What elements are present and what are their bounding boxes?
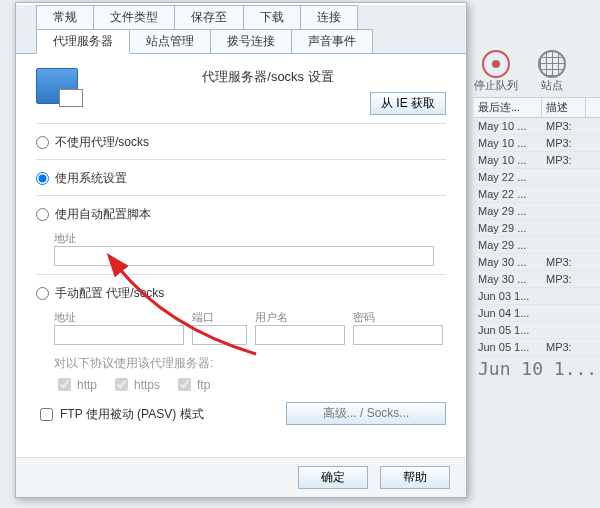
cell-desc: MP3: (542, 120, 586, 132)
list-row[interactable]: May 22 ... (474, 186, 600, 203)
manual-address-input[interactable] (54, 325, 184, 345)
cell-desc: MP3: (542, 273, 586, 285)
stop-queue-icon[interactable] (482, 50, 510, 78)
cell-desc: MP3: (542, 341, 586, 353)
hdr-desc[interactable]: 描述 (542, 98, 586, 117)
list-row[interactable]: May 10 ...MP3: (474, 118, 600, 135)
proxy-panel: 代理服务器/socks 设置 从 IE 获取 不使用代理/socks 使用系统设… (16, 53, 466, 468)
tab-connection[interactable]: 连接 (300, 5, 358, 29)
auto-address-input[interactable] (54, 246, 434, 266)
advanced-socks-button[interactable]: 高级... / Socks... (286, 402, 446, 425)
protocols-hint: 对以下协议使用该代理服务器: (54, 356, 213, 370)
cell-date: Jun 04 1... (474, 307, 542, 319)
site-icon[interactable] (538, 50, 566, 78)
cell-desc: MP3: (542, 154, 586, 166)
separator (36, 123, 446, 124)
hdr-lastconnect[interactable]: 最后连... (474, 98, 542, 117)
cell-desc (542, 222, 586, 234)
cell-date: May 10 ... (474, 120, 542, 132)
radio-manual-label: 手动配置 代理/socks (55, 285, 164, 302)
chk-https[interactable] (115, 378, 128, 391)
panel-title: 代理服务器/socks 设置 (202, 68, 333, 86)
proxy-icon (36, 68, 78, 104)
radio-manual[interactable] (36, 287, 49, 300)
list-row[interactable]: May 29 ... (474, 220, 600, 237)
tab-row-2: 代理服务器 站点管理 拨号连接 声音事件 (16, 29, 466, 54)
list-row[interactable]: May 30 ...MP3: (474, 254, 600, 271)
cell-date: May 30 ... (474, 273, 542, 285)
radio-system-settings[interactable] (36, 172, 49, 185)
stop-queue-label: 停止队列 (474, 78, 518, 93)
list-row[interactable]: May 22 ... (474, 169, 600, 186)
tab-download[interactable]: 下载 (243, 5, 301, 29)
right-panel: 停止队列 站点 最后连... 描述 May 10 ...MP3:May 10 .… (474, 50, 600, 381)
cell-date: May 22 ... (474, 171, 542, 183)
radio-no-proxy[interactable] (36, 136, 49, 149)
list-row[interactable]: Jun 04 1... (474, 305, 600, 322)
dialog-footer: 确定 帮助 (16, 457, 466, 497)
cell-desc: MP3: (542, 137, 586, 149)
tab-saveto[interactable]: 保存至 (174, 5, 244, 29)
manual-address-label: 地址 (54, 310, 184, 325)
radio-auto-script-label: 使用自动配置脚本 (55, 206, 151, 223)
cell-desc (542, 239, 586, 251)
get-from-ie-button[interactable]: 从 IE 获取 (370, 92, 446, 115)
chk-https-label: https (134, 378, 160, 392)
list-row[interactable]: Jun 05 1... (474, 322, 600, 339)
tab-proxy[interactable]: 代理服务器 (36, 29, 130, 54)
cell-date: May 10 ... (474, 154, 542, 166)
cell-desc (542, 188, 586, 200)
list-row[interactable]: May 10 ...MP3: (474, 152, 600, 169)
list-row[interactable]: May 29 ... (474, 203, 600, 220)
ok-button[interactable]: 确定 (298, 466, 368, 489)
manual-port-label: 端口 (192, 310, 247, 325)
chk-ftp-label: ftp (197, 378, 210, 392)
list-row[interactable]: May 10 ...MP3: (474, 135, 600, 152)
site-label: 站点 (541, 78, 563, 93)
barcode-row: Jun 10 1... (474, 356, 600, 381)
cell-desc (542, 290, 586, 302)
list-header: 最后连... 描述 (474, 97, 600, 118)
manual-username-input[interactable] (255, 325, 345, 345)
manual-password-input[interactable] (353, 325, 443, 345)
cell-date: May 29 ... (474, 222, 542, 234)
cell-date: Jun 03 1... (474, 290, 542, 302)
cell-date: May 30 ... (474, 256, 542, 268)
manual-username-label: 用户名 (255, 310, 345, 325)
tab-sitemanager[interactable]: 站点管理 (129, 29, 211, 54)
chk-ftp-pasv[interactable] (40, 408, 53, 421)
chk-ftp-pasv-label: FTP 使用被动 (PASV) 模式 (60, 406, 204, 423)
cell-date: May 29 ... (474, 239, 542, 251)
chk-http-label: http (77, 378, 97, 392)
radio-no-proxy-label: 不使用代理/socks (55, 134, 149, 151)
list-row[interactable]: Jun 03 1... (474, 288, 600, 305)
cell-desc (542, 324, 586, 336)
cell-desc (542, 205, 586, 217)
tab-sound[interactable]: 声音事件 (291, 29, 373, 54)
cell-desc (542, 171, 586, 183)
cell-date: May 22 ... (474, 188, 542, 200)
list-row[interactable]: May 30 ...MP3: (474, 271, 600, 288)
manual-password-label: 密码 (353, 310, 443, 325)
tab-row-1: 常规 文件类型 保存至 下载 连接 (16, 5, 466, 29)
cell-date: Jun 05 1... (474, 324, 542, 336)
list-row[interactable]: May 29 ... (474, 237, 600, 254)
tab-general[interactable]: 常规 (36, 5, 94, 29)
radio-system-settings-label: 使用系统设置 (55, 170, 127, 187)
auto-address-label: 地址 (54, 231, 446, 246)
cell-desc (542, 307, 586, 319)
chk-http[interactable] (58, 378, 71, 391)
radio-auto-script[interactable] (36, 208, 49, 221)
chk-ftp[interactable] (178, 378, 191, 391)
cell-date: Jun 05 1... (474, 341, 542, 353)
cell-date: May 10 ... (474, 137, 542, 149)
manual-port-input[interactable] (192, 325, 247, 345)
cell-desc: MP3: (542, 256, 586, 268)
tab-filetypes[interactable]: 文件类型 (93, 5, 175, 29)
help-button[interactable]: 帮助 (380, 466, 450, 489)
cell-date: May 29 ... (474, 205, 542, 217)
settings-dialog: 常规 文件类型 保存至 下载 连接 代理服务器 站点管理 拨号连接 声音事件 代… (15, 2, 467, 498)
tab-dialup[interactable]: 拨号连接 (210, 29, 292, 54)
connection-list: May 10 ...MP3:May 10 ...MP3:May 10 ...MP… (474, 118, 600, 356)
list-row[interactable]: Jun 05 1...MP3: (474, 339, 600, 356)
